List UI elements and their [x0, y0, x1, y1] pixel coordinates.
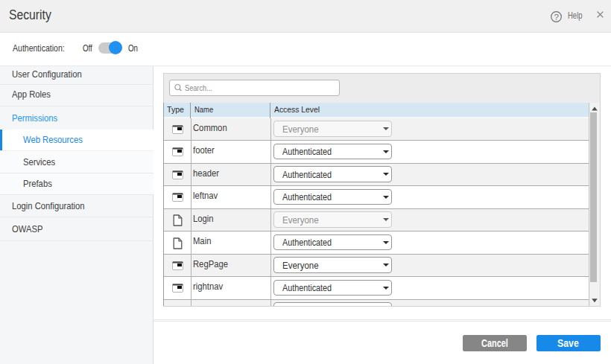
- svg-text:?: ?: [554, 12, 558, 21]
